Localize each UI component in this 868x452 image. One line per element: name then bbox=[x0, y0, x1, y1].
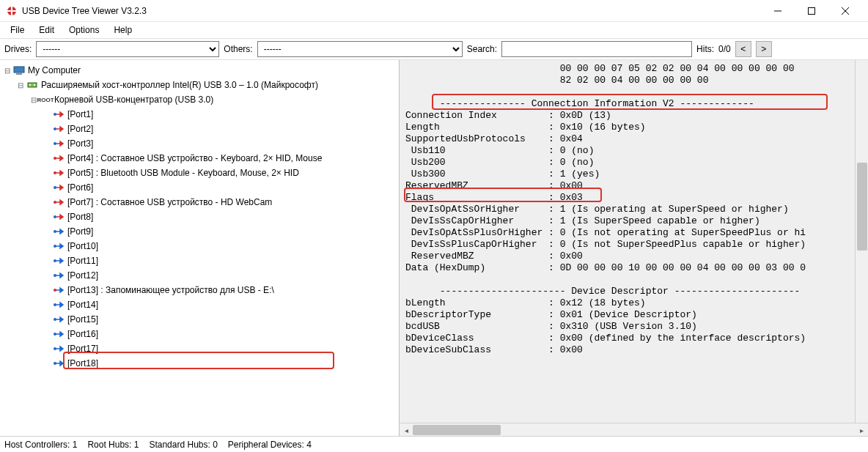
tree-spacer bbox=[43, 286, 51, 294]
device-tree-pane[interactable]: ⊟ My Computer ⊟ Расширяемый хост-контрол… bbox=[0, 60, 400, 436]
menu-options[interactable]: Options bbox=[63, 23, 105, 37]
tree-spacer bbox=[43, 110, 51, 119]
others-label: Others: bbox=[224, 44, 252, 54]
menu-edit[interactable]: Edit bbox=[33, 23, 60, 37]
tree-spacer bbox=[43, 198, 51, 207]
app-icon bbox=[6, 5, 18, 17]
tree-port-label: [Port7] : Составное USB устройство - HD … bbox=[67, 197, 272, 207]
close-button[interactable] bbox=[828, 0, 862, 22]
tree-port-5[interactable]: [Port5] : Bluetooth USB Module - Keyboar… bbox=[43, 166, 399, 180]
vertical-scrollbar[interactable] bbox=[855, 60, 868, 423]
usb-port-icon bbox=[53, 138, 65, 149]
tree-port-6[interactable]: [Port6] bbox=[43, 180, 399, 195]
drives-label: Drives: bbox=[4, 44, 32, 54]
detail-text[interactable]: 00 00 00 07 05 02 02 00 04 00 00 00 00 0… bbox=[400, 60, 868, 423]
scrollbar-thumb[interactable] bbox=[857, 163, 867, 251]
svg-rect-7 bbox=[14, 67, 24, 73]
scroll-right-arrow[interactable]: ▸ bbox=[855, 423, 868, 436]
tree-spacer bbox=[43, 168, 51, 177]
svg-point-20 bbox=[54, 230, 56, 233]
tree-controller[interactable]: ⊟ Расширяемый хост-контроллер Intel(R) U… bbox=[16, 78, 399, 92]
menu-help[interactable]: Help bbox=[108, 23, 138, 37]
tree-port-13[interactable]: [Port13] : Запоминающее устройство для U… bbox=[43, 283, 399, 297]
others-select[interactable]: ------ bbox=[257, 41, 463, 57]
root-hub-icon: ROOT bbox=[40, 94, 51, 105]
usb-port-icon bbox=[53, 240, 65, 252]
minimize-button[interactable] bbox=[761, 0, 795, 22]
search-label: Search: bbox=[467, 44, 497, 54]
svg-point-26 bbox=[54, 318, 56, 321]
tree-spacer bbox=[43, 300, 51, 309]
svg-point-29 bbox=[54, 362, 56, 365]
usb-port-icon bbox=[53, 211, 65, 223]
tree-port-label: [Port10] bbox=[67, 241, 98, 251]
svg-point-17 bbox=[54, 186, 56, 189]
tree-spacer bbox=[43, 315, 51, 324]
scroll-left-arrow[interactable]: ◂ bbox=[400, 423, 413, 436]
status-root-hubs: Root Hubs: 1 bbox=[87, 440, 139, 450]
svg-point-18 bbox=[54, 201, 56, 204]
svg-rect-8 bbox=[16, 73, 22, 75]
usb-port-icon bbox=[53, 255, 65, 267]
collapse-icon[interactable]: ⊟ bbox=[3, 66, 12, 75]
tree-port-15[interactable]: [Port15] bbox=[43, 312, 399, 327]
next-hit-button[interactable]: > bbox=[756, 41, 772, 57]
tree-root-hub[interactable]: ⊟ ROOT Корневой USB-концентратор (USB 3.… bbox=[29, 92, 399, 107]
tree-port-label: [Port9] bbox=[67, 226, 93, 237]
svg-point-13 bbox=[54, 127, 56, 130]
usb-port-icon bbox=[53, 328, 65, 340]
collapse-icon[interactable]: ⊟ bbox=[16, 81, 25, 89]
tree-spacer bbox=[43, 227, 51, 236]
tree-spacer bbox=[43, 330, 51, 338]
usb-device-icon bbox=[53, 196, 65, 208]
tree-port-16[interactable]: [Port16] bbox=[43, 327, 399, 341]
svg-point-27 bbox=[54, 333, 56, 336]
svg-rect-2 bbox=[7, 10, 16, 12]
tree-port-label: [Port14] bbox=[67, 300, 98, 310]
drives-select[interactable]: ------ bbox=[36, 41, 219, 57]
prev-hit-button[interactable]: < bbox=[735, 41, 751, 57]
svg-rect-11 bbox=[34, 84, 35, 86]
usb-port-icon bbox=[53, 357, 65, 369]
maximize-button[interactable] bbox=[795, 0, 828, 22]
tree-port-12[interactable]: [Port12] bbox=[43, 268, 399, 283]
tree-spacer bbox=[43, 271, 51, 280]
usb-device-icon bbox=[53, 167, 65, 179]
hits-label: Hits: bbox=[696, 44, 714, 54]
svg-point-24 bbox=[54, 289, 56, 292]
svg-point-12 bbox=[54, 113, 56, 116]
usb-port-icon bbox=[53, 343, 65, 355]
tree-spacer bbox=[43, 344, 51, 353]
tree-port-4[interactable]: [Port4] : Составное USB устройство - Key… bbox=[43, 151, 399, 166]
detail-pane: 00 00 00 07 05 02 02 00 04 00 00 00 00 0… bbox=[400, 60, 868, 436]
tree-port-1[interactable]: [Port1] bbox=[43, 107, 399, 122]
tree-spacer bbox=[43, 242, 51, 251]
usb-port-icon bbox=[53, 123, 65, 135]
tree-port-3[interactable]: [Port3] bbox=[43, 136, 399, 151]
toolbar: Drives: ------ Others: ------ Search: Hi… bbox=[0, 38, 868, 60]
horizontal-scrollbar[interactable]: ◂ ▸ bbox=[400, 423, 868, 436]
search-input[interactable] bbox=[501, 41, 692, 57]
tree-port-14[interactable]: [Port14] bbox=[43, 297, 399, 312]
tree-port-11[interactable]: [Port11] bbox=[43, 253, 399, 268]
hits-value: 0/0 bbox=[718, 44, 731, 54]
tree-port-10[interactable]: [Port10] bbox=[43, 239, 399, 253]
svg-point-21 bbox=[54, 245, 56, 248]
tree-port-label: [Port11] bbox=[67, 256, 98, 266]
tree-port-label: [Port8] bbox=[67, 212, 93, 222]
menubar: File Edit Options Help bbox=[0, 22, 868, 38]
tree-port-17[interactable]: [Port17] bbox=[43, 341, 399, 356]
tree-port-2[interactable]: [Port2] bbox=[43, 122, 399, 136]
usb-device-icon bbox=[53, 284, 65, 296]
usb-port-icon bbox=[53, 314, 65, 325]
tree-port-label: [Port1] bbox=[67, 109, 93, 119]
tree-port-7[interactable]: [Port7] : Составное USB устройство - HD … bbox=[43, 195, 399, 210]
tree-port-18[interactable]: [Port18] bbox=[43, 356, 399, 371]
tree-port-label: [Port5] : Bluetooth USB Module - Keyboar… bbox=[67, 168, 299, 178]
tree-port-9[interactable]: [Port9] bbox=[43, 224, 399, 239]
tree-root[interactable]: ⊟ My Computer bbox=[3, 63, 399, 78]
svg-point-15 bbox=[54, 157, 56, 160]
scrollbar-thumb[interactable] bbox=[413, 425, 501, 435]
tree-port-8[interactable]: [Port8] bbox=[43, 210, 399, 224]
menu-file[interactable]: File bbox=[4, 23, 30, 37]
